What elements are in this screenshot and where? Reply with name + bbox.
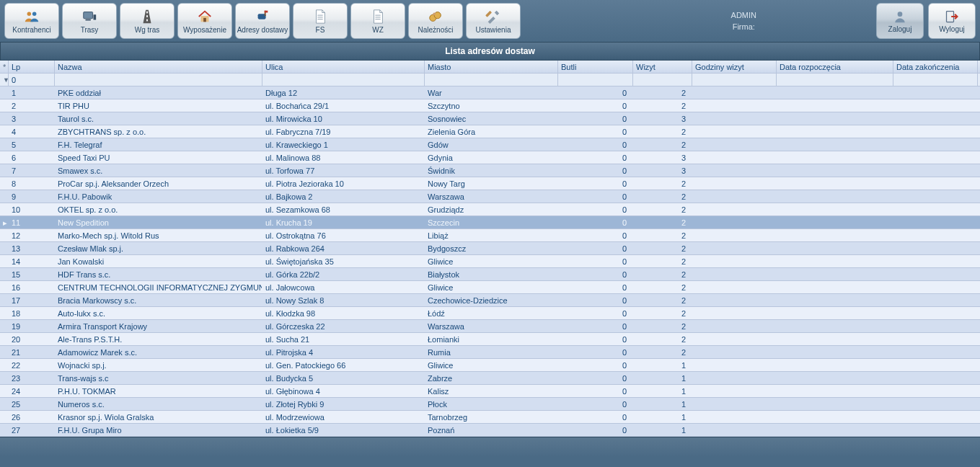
col-nazwa[interactable]: Nazwa [55, 61, 262, 73]
cell-wizyt: 2 [633, 190, 692, 203]
col-dzak[interactable]: Data zakończenia [893, 61, 978, 73]
cell-nazwa: CENTRUM TECHNOLOGII INFORMATYCZNEJ ZYGMU… [55, 281, 262, 293]
grid-filter-row[interactable]: ▼ 0 [0, 74, 980, 86]
cell-lp: 19 [9, 320, 55, 332]
filter-droz[interactable] [777, 74, 893, 86]
col-ulica[interactable]: Ulica [262, 61, 425, 73]
table-row[interactable]: 20Ale-Trans P.S.T.H.ul. Sucha 21Łomianki… [0, 333, 980, 346]
col-miasto[interactable]: Miasto [425, 61, 558, 73]
table-row[interactable]: 3Taurol s.c.ul. Mirowicka 10Sosnowiec03 [0, 112, 980, 125]
col-droz[interactable]: Data rozpoczęcia [777, 61, 893, 73]
toolbar-naleznosci-button[interactable]: Należności [408, 3, 463, 39]
cell-butli: 0 [558, 398, 633, 410]
login-button[interactable]: Zaloguj [876, 3, 924, 39]
cell-lp: 23 [9, 372, 55, 384]
row-indicator [0, 307, 9, 319]
cell-nazwa: New Spedition [55, 216, 262, 228]
col-wizyt[interactable]: Wizyt [633, 61, 692, 73]
cell-butli: 0 [558, 229, 633, 241]
cell-dzak [893, 281, 978, 293]
cell-butli: 0 [558, 151, 633, 164]
cell-nazwa: Bracia Markowscy s.c. [55, 294, 262, 306]
cell-ulica: ul. Kraweckiego 1 [262, 138, 425, 151]
computer-icon [80, 9, 99, 25]
header-indicator[interactable]: * [0, 61, 9, 73]
filter-ulica[interactable] [262, 74, 425, 86]
toolbar-ustawienia-button[interactable]: Ustawienia [466, 3, 521, 39]
table-row[interactable]: 26Krasnor sp.j. Wiola Gralskaul. Modrzew… [0, 411, 980, 424]
logout-button[interactable]: Wyloguj [928, 3, 976, 39]
toolbar-button-group: KontrahenciTrasyWg trasWyposażenieAdresy… [4, 3, 521, 39]
filter-icon[interactable]: ▼ [0, 74, 9, 86]
table-row[interactable]: 25Numeros s.c.ul. Złotej Rybki 9Płock01 [0, 398, 980, 411]
cell-lp: 2 [9, 99, 55, 112]
cell-wizyt: 1 [633, 359, 692, 371]
cell-dzak [893, 307, 978, 319]
filter-nazwa[interactable] [55, 74, 262, 86]
toolbar-wz-button[interactable]: WZ [350, 3, 405, 39]
cell-droz [777, 190, 893, 203]
table-row[interactable]: 14Jan Kowalskiul. Świętojańska 35Gliwice… [0, 255, 980, 268]
table-row[interactable]: 16CENTRUM TECHNOLOGII INFORMATYCZNEJ ZYG… [0, 281, 980, 294]
filter-butli[interactable] [558, 74, 633, 86]
cell-lp: 8 [9, 177, 55, 190]
table-row[interactable]: 24P.H.U. TOKMARul. Głębinowa 4Kalisz01 [0, 385, 980, 398]
cell-ulica: ul. Złotej Rybki 9 [262, 398, 425, 410]
row-indicator [0, 411, 9, 423]
toolbar-adresy-button[interactable]: Adresy dostawy [235, 3, 290, 39]
cell-butli: 0 [558, 346, 633, 358]
cell-miasto: Szczecin [425, 216, 558, 228]
cell-ulica: ul. Ostrokątna 76 [262, 229, 425, 241]
user-firm-block: ADMIN Firma: [731, 11, 756, 31]
cell-wizyt: 2 [633, 203, 692, 215]
toolbar-wyposazenie-button[interactable]: Wyposażenie [177, 3, 232, 39]
table-row[interactable]: 10OKTEL sp. z o.o.ul. Sezamkowa 68Grudzi… [0, 203, 980, 216]
cell-wizyt: 2 [633, 255, 692, 267]
table-row[interactable]: 19Armira Transport Krajowyul. Górczeska … [0, 320, 980, 333]
table-row[interactable]: 9F.H.U. Pabowikul. Bajkowa 2Warszawa02 [0, 190, 980, 203]
table-row[interactable]: ▸11New Speditionul. Krucha 19Szczecin02 [0, 216, 980, 229]
table-row[interactable]: 12Marko-Mech sp.j. Witold Rusul. Ostroką… [0, 229, 980, 242]
table-row[interactable]: 15HDF Trans s.c.ul. Górka 22b/2Białystok… [0, 268, 980, 281]
toolbar-fs-button[interactable]: FS [293, 3, 348, 39]
table-row[interactable]: 7Smawex s.c.ul. Torfowa 77Świdnik03 [0, 164, 980, 177]
cell-dzak [893, 398, 978, 410]
cell-dzak [893, 294, 978, 306]
table-row[interactable]: 21Adamowicz Marek s.c.ul. Pitrojska 4Rum… [0, 346, 980, 359]
filter-miasto[interactable] [425, 74, 558, 86]
table-row[interactable]: 2TIR PHUul. Bochańca 29/1Szczytno02 [0, 99, 980, 112]
toolbar-trasy-button[interactable]: Trasy [62, 3, 117, 39]
data-grid: * Lp Nazwa Ulica Miasto Butli Wizyt Godz… [0, 61, 980, 437]
filter-dzak[interactable] [893, 74, 978, 86]
col-butli[interactable]: Butli [558, 61, 633, 73]
table-row[interactable]: 4ZBYCHTRANS sp. z o.o.ul. Fabryczna 7/19… [0, 125, 980, 138]
table-row[interactable]: 13Czesław Mlak sp.j.ul. Rabkowa 264Bydgo… [0, 242, 980, 255]
cell-godz [692, 86, 777, 99]
cell-butli: 0 [558, 411, 633, 423]
toolbar-kontrahenci-button[interactable]: Kontrahenci [4, 3, 59, 39]
table-row[interactable]: 6Speed Taxi PUul. Malinowa 88Gdynia03 [0, 151, 980, 164]
table-row[interactable]: 18Auto-lukx s.c.ul. Kłodzka 98Łódź02 [0, 307, 980, 320]
filter-lp[interactable]: 0 [9, 74, 55, 86]
cell-lp: 9 [9, 190, 55, 203]
table-row[interactable]: 22Wojnacki sp.j.ul. Gen. Patockiego 66Gl… [0, 359, 980, 372]
table-row[interactable]: 8ProCar sp.j. Aleksander Orzechul. Piotr… [0, 177, 980, 190]
table-row[interactable]: 5F.H. Telegraful. Kraweckiego 1Gdów02 [0, 138, 980, 151]
table-row[interactable]: 23Trans-wajs s.cul. Budycka 5Zabrze01 [0, 372, 980, 385]
main-toolbar: KontrahenciTrasyWg trasWyposażenieAdresy… [0, 0, 980, 42]
cell-droz [777, 229, 893, 241]
cell-nazwa: Adamowicz Marek s.c. [55, 346, 262, 358]
cell-droz [777, 294, 893, 306]
table-row[interactable]: 1PKE oddziałDługa 12War02 [0, 86, 980, 99]
toolbar-wgtras-button[interactable]: Wg tras [120, 3, 175, 39]
filter-wizyt[interactable] [633, 74, 692, 86]
col-godz[interactable]: Godziny wizyt [692, 61, 777, 73]
cell-ulica: ul. Malinowa 88 [262, 151, 425, 164]
cell-nazwa: Trans-wajs s.c [55, 372, 262, 384]
cell-droz [777, 112, 893, 125]
cell-miasto: Bydgoszcz [425, 242, 558, 254]
table-row[interactable]: 27F.H.U. Grupa Miroul. Łokietka 5/9Pozna… [0, 424, 980, 437]
col-lp[interactable]: Lp [9, 61, 55, 73]
filter-godz[interactable] [692, 74, 777, 86]
table-row[interactable]: 17Bracia Markowscy s.c.ul. Nowy Szlak 8C… [0, 294, 980, 307]
